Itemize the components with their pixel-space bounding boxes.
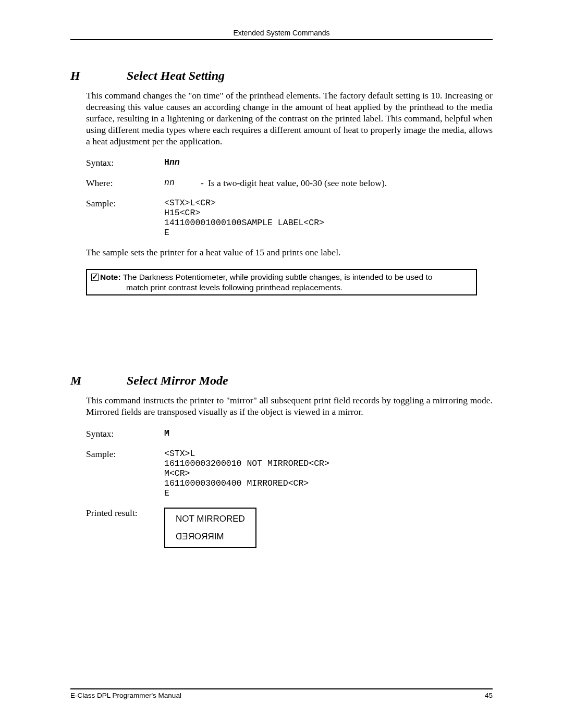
syntax-label-m: Syntax: xyxy=(86,428,164,439)
section-m-name: Select Mirror Mode xyxy=(127,374,228,387)
syntax-var: nn xyxy=(169,157,180,167)
result-not-mirrored: NOT MIRRORED xyxy=(176,514,245,524)
section-h-syntax-row: Syntax: Hnn xyxy=(86,157,493,168)
where-label: Where: xyxy=(86,178,164,189)
syntax-label: Syntax: xyxy=(86,157,164,168)
result-mirrored: MIRRORED xyxy=(176,532,224,542)
page-footer: E-Class DPL Programmer's Manual 45 xyxy=(70,688,493,699)
note-box: Note: The Darkness Potentiometer, while … xyxy=(86,269,477,295)
section-h-title: HSelect Heat Setting xyxy=(70,69,493,83)
section-m-sample: <STX>L 161100003200010 NOT MIRRORED<CR> … xyxy=(164,449,493,498)
section-h-syntax: Hnn xyxy=(164,157,493,168)
section-h-sample-row: Sample: <STX>L<CR> H15<CR> 1411000010001… xyxy=(86,198,493,238)
result-value: NOT MIRRORED MIRRORED xyxy=(164,508,493,548)
section-m-syntax-row: Syntax: M xyxy=(86,428,493,439)
note-line2: match print contrast levels following pr… xyxy=(91,282,472,292)
section-h-explain: The sample sets the printer for a heat v… xyxy=(86,247,493,258)
printed-result-box: NOT MIRRORED MIRRORED xyxy=(164,508,256,548)
result-label: Printed result: xyxy=(86,508,164,548)
where-desc: Is a two-digit heat value, 00-30 (see no… xyxy=(208,178,387,189)
section-m-sample-row: Sample: <STX>L 161100003200010 NOT MIRRO… xyxy=(86,449,493,498)
section-m-body: This command instructs the printer to "m… xyxy=(86,395,493,418)
section-h-where-row: Where: nn - Is a two-digit heat value, 0… xyxy=(86,178,493,189)
where-value: nn - Is a two-digit heat value, 00-30 (s… xyxy=(164,178,493,189)
section-m-result-row: Printed result: NOT MIRRORED MIRRORED xyxy=(86,508,493,548)
section-m-syntax: M xyxy=(164,428,493,439)
page-header: Extended System Commands xyxy=(70,29,493,40)
page: Extended System Commands HSelect Heat Se… xyxy=(0,0,563,728)
section-h-sample: <STX>L<CR> H15<CR> 141100001000100SAMPLE… xyxy=(164,198,493,238)
where-var: nn xyxy=(164,178,201,189)
sample-label: Sample: xyxy=(86,198,164,238)
note-line1: The Darkness Potentiometer, while provid… xyxy=(123,273,433,281)
footer-left: E-Class DPL Programmer's Manual xyxy=(70,692,181,699)
section-h-name: Select Heat Setting xyxy=(127,69,225,82)
checkbox-icon xyxy=(91,274,99,281)
sample-label-m: Sample: xyxy=(86,449,164,498)
section-m-title: MSelect Mirror Mode xyxy=(70,374,493,388)
section-h-letter: H xyxy=(70,69,127,83)
footer-page-number: 45 xyxy=(485,692,493,699)
where-dash: - xyxy=(201,178,208,189)
section-h-body: This command changes the "on time" of th… xyxy=(86,90,493,147)
note-label: Note: xyxy=(100,273,121,281)
section-m-letter: M xyxy=(70,374,127,388)
syntax-prefix: H xyxy=(164,157,169,167)
